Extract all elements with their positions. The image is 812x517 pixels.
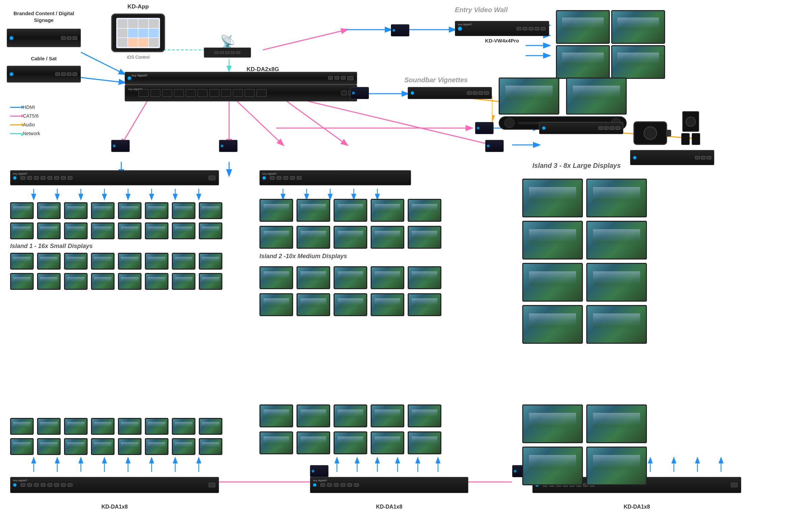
island2-da1x8-label: KD-DA1x8 xyxy=(310,504,468,510)
cable-sat-label: Cable / Sat xyxy=(7,56,81,61)
island2-extender-bottom xyxy=(310,465,328,477)
kd-vw4x4pro-label: KD-VW4x4Pro xyxy=(455,38,549,44)
island3-row4 xyxy=(522,305,647,344)
svg-line-4 xyxy=(263,30,347,50)
island1-mid-row xyxy=(10,223,222,239)
island3-row2 xyxy=(522,221,647,259)
island1-bottom-row1 xyxy=(10,253,222,269)
entry-video-wall-title: Entry Video Wall xyxy=(455,6,508,14)
main-diagram: { "title": "KD-DA2x8G AV Distribution Sy… xyxy=(0,0,812,517)
island1-top-splitter: key digital® xyxy=(10,170,219,185)
speaker-system xyxy=(674,111,707,145)
legend-cat56: ▶ CAT5/6 xyxy=(10,113,40,119)
island1-displays-bottom-a xyxy=(10,418,222,435)
island3-row3 xyxy=(522,263,647,301)
island2-displays-bottom-a xyxy=(259,404,441,427)
island1-top-row xyxy=(10,202,222,219)
svg-line-1 xyxy=(81,78,125,83)
island2-second-row xyxy=(259,226,441,249)
soundbar-rack xyxy=(408,87,492,99)
island2-da1x8-rack: key digital® xyxy=(310,477,468,493)
cable-sat-device xyxy=(7,66,81,83)
island1-bottom-row2 xyxy=(10,273,222,290)
legend-audio: ▶ Audio xyxy=(10,122,40,127)
island3-displays-bottom-b xyxy=(522,447,647,485)
island2-third-row xyxy=(259,266,441,289)
audio-receiver xyxy=(630,150,714,165)
legend-network: ▶ Network xyxy=(10,131,40,136)
branded-content-device xyxy=(7,29,81,47)
island3-da1x8-label: KD-DA1x8 xyxy=(532,504,741,510)
island1-displays-bottom-b xyxy=(10,438,222,455)
island1-da1x8-label: KD-DA1x8 xyxy=(10,504,219,510)
island2-fourth-row xyxy=(259,293,441,316)
legend-hdmi: ▶ HDMI xyxy=(10,105,40,110)
island1-da1x8-rack: key digital® xyxy=(10,477,219,493)
branded-content-label: Branded Content / Digital Signage xyxy=(7,10,81,23)
island3-extender xyxy=(485,140,504,152)
kd-vw4x4pro: key digital® xyxy=(455,21,549,36)
projector xyxy=(630,118,670,148)
soundbar-tv1 xyxy=(499,78,559,115)
island1-title: Island 1 - 16x Small Displays xyxy=(10,243,93,250)
island2-displays-bottom-b xyxy=(259,431,441,454)
entry-vw-extender xyxy=(391,24,409,36)
kd-da2x8g-top: key digital® xyxy=(125,72,357,85)
wifi-router: 📡 xyxy=(199,35,256,62)
island3-title: Island 3 - 8x Large Displays xyxy=(532,162,620,170)
island1-extender xyxy=(111,140,130,152)
island2-top-splitter: key digital® xyxy=(259,170,411,185)
island2-extender xyxy=(219,140,237,152)
entry-video-wall-screens xyxy=(556,10,665,79)
kd-app-device xyxy=(111,13,165,52)
soundbar-title: Soundbar Vignettes xyxy=(404,76,472,84)
legend: ▶ HDMI ▶ CAT5/6 ▶ Audio ▶ Network xyxy=(10,105,40,140)
island2-title: Island 2 -10x Medium Displays xyxy=(259,253,347,260)
showcase-rack xyxy=(539,122,623,134)
island2-top-row xyxy=(259,199,441,222)
soundbar-extender xyxy=(350,87,369,99)
island3-row1 xyxy=(522,179,647,218)
soundbar-tv2 xyxy=(566,78,627,115)
kd-app-label: KD-App xyxy=(115,3,162,10)
ios-control-label: iOS Control xyxy=(111,55,165,60)
showcase-extender xyxy=(475,122,494,134)
island3-displays-bottom-a xyxy=(522,404,647,443)
kd-da2x8g-bottom: key digital® xyxy=(125,85,357,102)
